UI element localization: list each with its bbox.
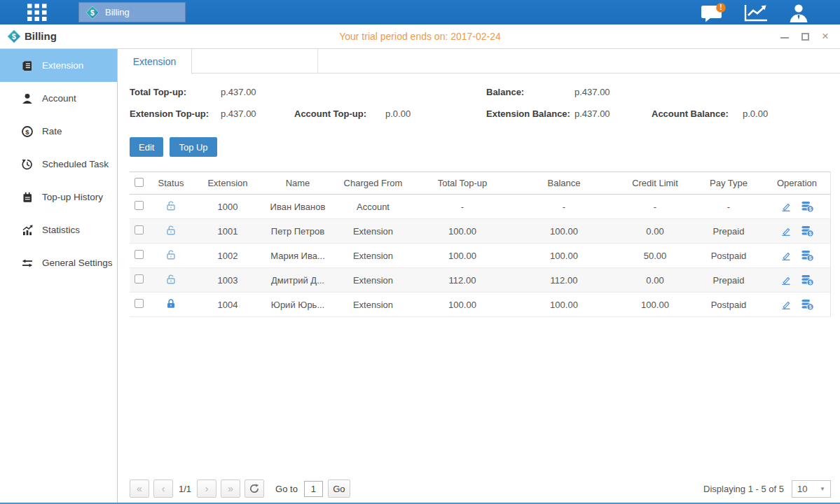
page-size-select[interactable]: 10 ▼ bbox=[792, 480, 831, 498]
total-top-up-label: Total Top-up: bbox=[130, 87, 186, 97]
sidebar-item-top-up-history[interactable]: Top-up History bbox=[0, 181, 117, 214]
top-up-coins-icon[interactable]: $ bbox=[801, 201, 814, 213]
topbar-icon-group: ! bbox=[700, 0, 812, 24]
name-cell: Петр Петров bbox=[263, 226, 333, 237]
column-header-pay-type[interactable]: Pay Type bbox=[694, 178, 764, 188]
name-cell: Дмитрий Д... bbox=[263, 275, 333, 286]
pay-type-cell: Postpaid bbox=[694, 251, 764, 261]
sidebar-item-scheduled-task[interactable]: Scheduled Task bbox=[0, 148, 117, 181]
row-checkbox[interactable] bbox=[135, 201, 144, 210]
next-page-button[interactable]: › bbox=[197, 479, 216, 498]
svg-text:!: ! bbox=[719, 4, 722, 11]
column-header-operation: Operation bbox=[764, 178, 830, 188]
column-header-extension[interactable]: Extension bbox=[193, 178, 263, 188]
balance-cell: 112.00 bbox=[511, 275, 617, 286]
status-unlocked-icon bbox=[165, 203, 177, 214]
sidebar-item-rate[interactable]: $ Rate bbox=[0, 115, 117, 148]
sidebar: Extension Account $ Rate bbox=[0, 49, 118, 504]
pagination-bar: « ‹ 1/1 › » Go to Go Displaying 1 - 5 of… bbox=[130, 479, 831, 498]
pay-type-cell: Postpaid bbox=[694, 300, 764, 310]
pay-type-cell: - bbox=[694, 202, 764, 212]
top-up-coins-icon[interactable]: $ bbox=[801, 225, 814, 237]
sidebar-item-general-settings[interactable]: General Settings bbox=[0, 246, 117, 279]
select-all-checkbox[interactable] bbox=[135, 178, 144, 187]
apps-grid-icon[interactable] bbox=[27, 4, 48, 22]
table-header: Status Extension Name Charged From Total… bbox=[130, 172, 830, 195]
minimize-icon[interactable] bbox=[780, 31, 790, 41]
total-top-up-cell: 100.00 bbox=[413, 226, 511, 237]
table-row[interactable]: 1004 Юрий Юрь... Extension 100.00 100.00… bbox=[130, 293, 830, 317]
statistics-icon[interactable] bbox=[743, 3, 769, 22]
column-header-balance[interactable]: Balance bbox=[511, 178, 617, 188]
svg-text:$: $ bbox=[808, 230, 811, 236]
summary-row-1: Total Top-up: p.437.00 Balance: p.437.00 bbox=[130, 85, 840, 107]
last-page-button[interactable]: » bbox=[221, 479, 240, 498]
messages-icon[interactable]: ! bbox=[700, 3, 725, 22]
total-top-up-cell: 100.00 bbox=[413, 251, 511, 261]
first-page-button[interactable]: « bbox=[130, 479, 149, 498]
edit-pencil-icon[interactable] bbox=[780, 201, 792, 212]
displaying-text: Displaying 1 - 5 of 5 bbox=[703, 484, 784, 494]
edit-pencil-icon[interactable] bbox=[780, 225, 792, 237]
row-checkbox[interactable] bbox=[135, 299, 144, 308]
sidebar-item-label: General Settings bbox=[42, 258, 113, 268]
sidebar-item-extension[interactable]: Extension bbox=[0, 49, 117, 82]
column-header-charged-from[interactable]: Charged From bbox=[333, 178, 413, 188]
name-cell: Юрий Юрь... bbox=[263, 300, 333, 310]
billing-window: $ Billing ! bbox=[0, 0, 840, 504]
column-header-credit-limit[interactable]: Credit Limit bbox=[617, 178, 694, 188]
table-row[interactable]: 1002 Мария Ива... Extension 100.00 100.0… bbox=[130, 244, 830, 268]
close-icon[interactable]: × bbox=[820, 31, 830, 41]
swap-arrows-icon bbox=[21, 257, 34, 270]
top-up-coins-icon[interactable]: $ bbox=[801, 299, 814, 311]
sidebar-item-statistics[interactable]: Statistics bbox=[0, 214, 117, 246]
credit-limit-cell: 100.00 bbox=[617, 300, 694, 310]
row-checkbox[interactable] bbox=[135, 250, 144, 259]
app-tab-billing[interactable]: $ Billing bbox=[78, 2, 186, 22]
goto-label: Go to bbox=[275, 484, 298, 494]
column-header-total-top-up[interactable]: Total Top-up bbox=[413, 178, 511, 188]
refresh-icon bbox=[249, 484, 259, 493]
extension-cell: 1003 bbox=[193, 275, 263, 286]
column-header-status[interactable]: Status bbox=[149, 178, 193, 188]
credit-limit-cell: 0.00 bbox=[617, 226, 694, 237]
column-header-name[interactable]: Name bbox=[263, 178, 333, 188]
top-up-button[interactable]: Top Up bbox=[170, 137, 216, 157]
sidebar-item-account[interactable]: Account bbox=[0, 82, 117, 115]
credit-limit-cell: 50.00 bbox=[617, 251, 694, 261]
person-glyph bbox=[787, 3, 811, 22]
svg-text:$: $ bbox=[808, 255, 811, 260]
balance-cell: 100.00 bbox=[511, 300, 617, 310]
bar-chart-icon bbox=[21, 224, 34, 237]
tab-extension[interactable]: Extension bbox=[118, 49, 192, 74]
user-icon[interactable] bbox=[787, 3, 812, 22]
edit-button[interactable]: Edit bbox=[130, 137, 163, 157]
table-row[interactable]: 1001 Петр Петров Extension 100.00 100.00… bbox=[130, 219, 830, 244]
tab-strip-spacer bbox=[192, 49, 318, 74]
edit-pencil-icon[interactable] bbox=[780, 299, 792, 310]
svg-text:$: $ bbox=[808, 304, 811, 309]
top-up-coins-icon[interactable]: $ bbox=[801, 250, 814, 262]
maximize-icon[interactable] bbox=[800, 31, 810, 41]
charged-from-cell: Extension bbox=[333, 251, 413, 261]
top-bar: $ Billing ! bbox=[0, 0, 840, 24]
app-tab-label: Billing bbox=[105, 7, 130, 18]
window-body: Extension Account $ Rate bbox=[0, 49, 840, 504]
table-row[interactable]: 1003 Дмитрий Д... Extension 112.00 112.0… bbox=[130, 268, 830, 293]
charged-from-cell: Extension bbox=[333, 300, 413, 310]
prev-page-button[interactable]: ‹ bbox=[153, 479, 173, 498]
total-top-up-cell: 112.00 bbox=[413, 275, 511, 286]
table-row[interactable]: 1000 Иван Иванов Account - - - - bbox=[130, 195, 830, 219]
go-button[interactable]: Go bbox=[328, 479, 350, 498]
extension-cell: 1001 bbox=[193, 226, 263, 237]
edit-pencil-icon[interactable] bbox=[780, 274, 792, 286]
row-checkbox[interactable] bbox=[135, 225, 144, 234]
pagination-right: Displaying 1 - 5 of 5 10 ▼ bbox=[703, 480, 831, 498]
goto-page-input[interactable] bbox=[304, 481, 323, 497]
name-cell: Иван Иванов bbox=[263, 202, 333, 212]
edit-pencil-icon[interactable] bbox=[780, 250, 792, 261]
top-up-coins-icon[interactable]: $ bbox=[801, 274, 814, 286]
row-checkbox[interactable] bbox=[135, 274, 144, 284]
page-indicator: 1/1 bbox=[179, 484, 191, 494]
refresh-button[interactable] bbox=[245, 479, 264, 498]
